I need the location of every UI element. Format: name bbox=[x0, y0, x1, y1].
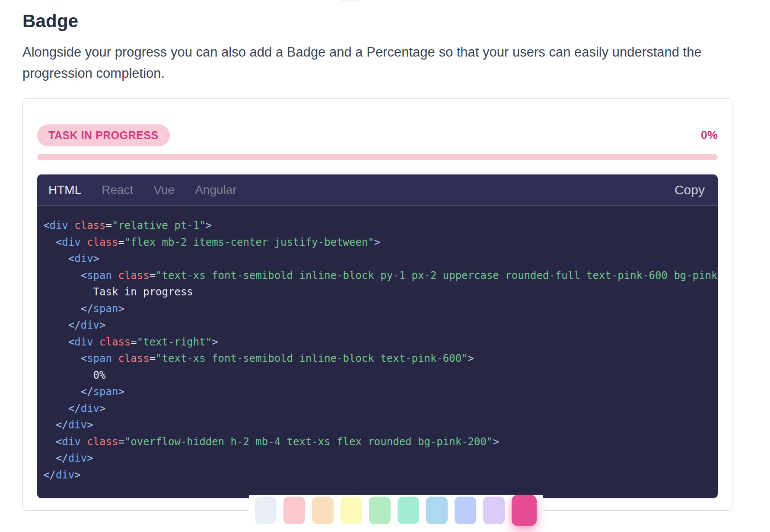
page-description: Alongside your progress you can also add… bbox=[22, 41, 770, 84]
tab-html[interactable]: HTML bbox=[48, 184, 81, 196]
code-line: </div> bbox=[43, 400, 718, 417]
code-line: <div> bbox=[43, 250, 718, 267]
code-panel: HTMLReactVueAngular Copy <div class="rel… bbox=[37, 174, 718, 498]
swatch-green[interactable] bbox=[369, 497, 391, 524]
tab-react[interactable]: React bbox=[102, 184, 133, 196]
swatch-purple[interactable] bbox=[483, 497, 505, 524]
progress-track bbox=[37, 154, 718, 160]
copy-button[interactable]: Copy bbox=[675, 184, 705, 196]
percentage-label: 0% bbox=[701, 129, 718, 142]
swatch-gray[interactable] bbox=[255, 497, 277, 524]
code-panel-header: HTMLReactVueAngular Copy bbox=[37, 174, 718, 206]
description-line-1: Alongside your progress you can also add… bbox=[22, 44, 702, 60]
swatch-blue[interactable] bbox=[426, 497, 448, 524]
tab-vue[interactable]: Vue bbox=[153, 184, 175, 196]
example-card: TASK IN PROGRESS 0% HTMLReactVueAngular … bbox=[22, 98, 732, 511]
code-line: <div class="flex mb-2 items-center justi… bbox=[43, 234, 718, 251]
code-line: <div class="overflow-hidden h-2 mb-4 tex… bbox=[43, 434, 718, 450]
swatch-indigo[interactable] bbox=[455, 497, 476, 524]
status-badge: TASK IN PROGRESS bbox=[37, 124, 170, 146]
swatch-yellow[interactable] bbox=[340, 497, 362, 524]
page-title: Badge bbox=[22, 11, 770, 31]
progress-preview-header: TASK IN PROGRESS 0% bbox=[37, 124, 718, 146]
code-line: </div> bbox=[43, 467, 718, 484]
color-swatches bbox=[249, 495, 543, 526]
code-line: <div class="text-right"> bbox=[43, 334, 718, 351]
code-line: Task in progress bbox=[43, 284, 718, 301]
documentation-page: Badge Alongside your progress you can al… bbox=[0, 0, 770, 532]
swatch-teal[interactable] bbox=[398, 497, 419, 524]
code-line: <div class="relative pt-1"> bbox=[43, 217, 718, 234]
description-line-2: progression completion. bbox=[22, 66, 165, 81]
code-line: </div> bbox=[43, 417, 718, 434]
swatch-pink[interactable] bbox=[512, 495, 537, 526]
swatch-orange[interactable] bbox=[312, 497, 334, 524]
code-line: <span class="text-xs font-semibold inlin… bbox=[43, 350, 718, 367]
top-partial-element bbox=[340, 0, 360, 2]
code-line: 0% bbox=[43, 367, 718, 384]
code-content: <div class="relative pt-1"> <div class="… bbox=[37, 206, 718, 483]
code-line: </span> bbox=[43, 383, 718, 400]
code-tabs: HTMLReactVueAngular bbox=[48, 184, 675, 196]
code-line: </span> bbox=[43, 301, 718, 317]
code-line: </div> bbox=[43, 450, 718, 467]
code-line: </div> bbox=[43, 317, 718, 334]
code-line: <span class="text-xs font-semibold inlin… bbox=[43, 267, 718, 284]
tab-angular[interactable]: Angular bbox=[195, 184, 237, 196]
swatch-red[interactable] bbox=[283, 497, 305, 524]
